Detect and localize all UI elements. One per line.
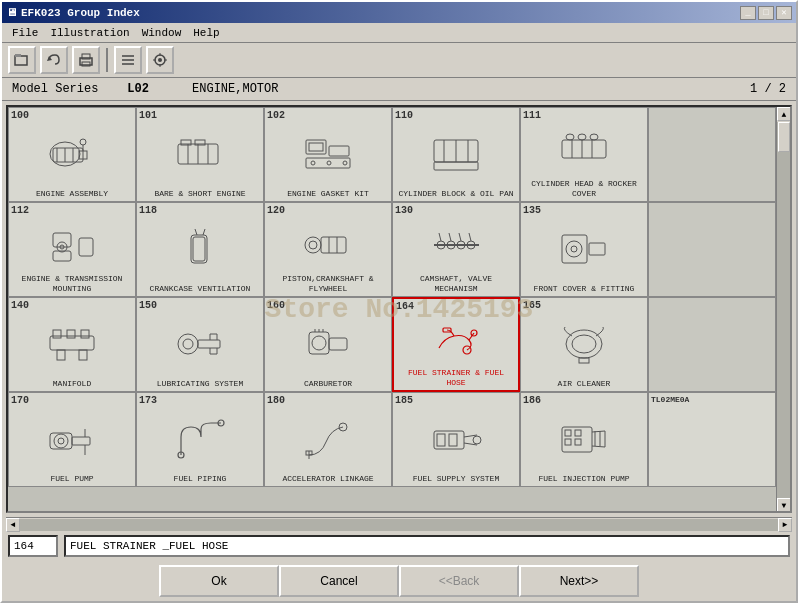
scroll-track — [777, 122, 790, 498]
svg-line-67 — [439, 233, 441, 241]
part-empty-0 — [648, 107, 776, 202]
part-120[interactable]: 120 PISTON,CRANKSHAFT & FLYWHEEL — [264, 202, 392, 297]
part-150[interactable]: 150 LUBRICATING SYSTEM — [136, 297, 264, 392]
print-button[interactable] — [72, 46, 100, 74]
selected-number-display: 164 — [8, 535, 58, 557]
parts-grid: 100 ENGINE ASSEMBLY 101 BARE & SHORT ENG… — [8, 107, 776, 487]
svg-rect-107 — [449, 434, 457, 446]
ok-button[interactable]: Ok — [159, 565, 279, 597]
menu-help[interactable]: Help — [187, 25, 225, 41]
vertical-scrollbar[interactable]: ▲ ▼ — [776, 107, 790, 511]
part-165[interactable]: 165 AIR CLEANER — [520, 297, 648, 392]
svg-rect-79 — [57, 350, 65, 360]
toolbar — [2, 43, 796, 78]
part-170[interactable]: 170 FUEL PUMP — [8, 392, 136, 487]
target-button[interactable] — [146, 46, 174, 74]
app-icon: 🖥 — [6, 6, 17, 19]
menu-file[interactable]: File — [6, 25, 44, 41]
toolbar-separator — [106, 48, 108, 72]
svg-point-94 — [572, 335, 596, 353]
svg-rect-30 — [309, 143, 323, 151]
svg-line-56 — [203, 229, 205, 235]
part-140[interactable]: 140 MANIFOLD — [8, 297, 136, 392]
svg-point-81 — [178, 334, 198, 354]
menu-illustration[interactable]: Illustration — [44, 25, 135, 41]
minimize-button[interactable]: _ — [740, 6, 756, 20]
close-button[interactable]: ✕ — [776, 6, 792, 20]
svg-line-70 — [469, 233, 471, 241]
part-102[interactable]: 102 ENGINE GASKET KIT — [264, 107, 392, 202]
part-164[interactable]: 164 FUEL STRAINER & FUEL HOSE — [392, 297, 520, 392]
part-tl02[interactable]: TL02ME0A — [648, 392, 776, 487]
title-bar: 🖥 EFK023 Group Index _ □ ✕ — [2, 2, 796, 23]
svg-rect-78 — [81, 330, 89, 338]
maximize-button[interactable]: □ — [758, 6, 774, 20]
svg-rect-52 — [79, 238, 93, 256]
part-173[interactable]: 173 FUEL PIPING — [136, 392, 264, 487]
svg-rect-41 — [562, 140, 606, 158]
svg-rect-80 — [79, 350, 87, 360]
menu-bar: File Illustration Window Help — [2, 23, 796, 43]
svg-rect-114 — [565, 439, 571, 445]
scroll-up-button[interactable]: ▲ — [777, 107, 791, 121]
next-button[interactable]: Next>> — [519, 565, 639, 597]
window-title: EFK023 Group Index — [21, 7, 140, 19]
svg-rect-31 — [329, 146, 349, 156]
undo-button[interactable] — [40, 46, 68, 74]
part-111[interactable]: 111 CYLINDER HEAD & ROCKER COVER — [520, 107, 648, 202]
selected-label-display: FUEL STRAINER _FUEL HOSE — [64, 535, 790, 557]
svg-rect-106 — [437, 434, 445, 446]
svg-rect-83 — [198, 340, 220, 348]
svg-line-68 — [449, 233, 451, 241]
part-empty-1 — [648, 202, 776, 297]
part-empty-2 — [648, 297, 776, 392]
svg-rect-1 — [15, 54, 21, 57]
scroll-left-button[interactable]: ◄ — [6, 518, 20, 532]
svg-rect-99 — [72, 437, 90, 445]
scroll-down-button[interactable]: ▼ — [777, 498, 791, 512]
svg-point-46 — [578, 134, 586, 140]
cancel-button[interactable]: Cancel — [279, 565, 399, 597]
part-100[interactable]: 100 ENGINE ASSEMBLY — [8, 107, 136, 202]
menu-window[interactable]: Window — [136, 25, 188, 41]
part-160[interactable]: 160 CARBURETOR — [264, 297, 392, 392]
list-button[interactable] — [114, 46, 142, 74]
part-110[interactable]: 110 CYLINDER BLOCK & OIL PAN — [392, 107, 520, 202]
hscroll-track — [20, 519, 778, 531]
bottom-buttons: Ok Cancel <<Back Next>> — [8, 565, 790, 597]
svg-rect-95 — [579, 358, 589, 363]
svg-point-35 — [343, 161, 347, 165]
svg-rect-77 — [67, 330, 75, 338]
svg-point-10 — [158, 58, 162, 62]
scroll-right-button[interactable]: ► — [778, 518, 792, 532]
svg-point-82 — [183, 339, 193, 349]
status-bar: 164 FUEL STRAINER _FUEL HOSE — [8, 535, 790, 557]
svg-point-110 — [473, 436, 481, 444]
scroll-thumb[interactable] — [778, 122, 790, 152]
svg-point-58 — [309, 241, 317, 249]
part-118[interactable]: 118 CRANKCASE VENTILATION — [136, 202, 264, 297]
svg-point-98 — [58, 438, 64, 444]
svg-point-33 — [311, 161, 315, 165]
model-series-value: L02 — [127, 82, 149, 96]
svg-marker-2 — [47, 56, 52, 61]
svg-rect-40 — [434, 162, 478, 170]
part-130[interactable]: 130 CAMSHAFT, VALVE MECHANISM — [392, 202, 520, 297]
back-button[interactable]: <<Back — [399, 565, 519, 597]
horizontal-scrollbar[interactable]: ◄ ► — [6, 517, 792, 531]
svg-rect-59 — [321, 237, 346, 253]
open-button[interactable] — [8, 46, 36, 74]
part-185[interactable]: 185 FUEL SUPPLY SYSTEM — [392, 392, 520, 487]
svg-point-97 — [54, 434, 68, 448]
svg-point-85 — [312, 336, 326, 350]
svg-rect-113 — [575, 430, 581, 436]
part-112[interactable]: 112 ENGINE & TRANSMISSION MOUNTING — [8, 202, 136, 297]
part-101[interactable]: 101 BARE & SHORT ENGINE — [136, 107, 264, 202]
svg-rect-54 — [193, 237, 205, 261]
part-180[interactable]: 180 ACCELERATOR LINKAGE — [264, 392, 392, 487]
svg-line-69 — [459, 233, 461, 241]
part-186[interactable]: 186 FUEL INJECTION PUMP — [520, 392, 648, 487]
svg-rect-115 — [575, 439, 581, 445]
svg-rect-0 — [15, 56, 27, 65]
part-135[interactable]: 135 FRONT COVER & FITTING — [520, 202, 648, 297]
